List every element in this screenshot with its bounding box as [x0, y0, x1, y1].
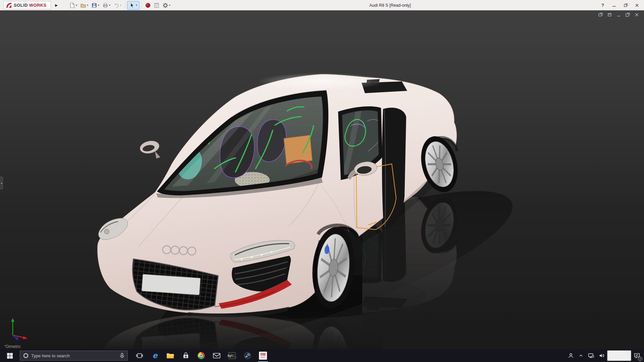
select-tool-caret-icon[interactable]: ▾: [136, 4, 139, 7]
notification-badge: 2: [638, 357, 642, 361]
orientation-triad[interactable]: [7, 316, 32, 341]
mail-button[interactable]: [209, 349, 224, 362]
solidworks-logo-icon: [6, 2, 12, 9]
network-button[interactable]: [586, 349, 596, 362]
select-tool-active: ▾: [127, 1, 140, 10]
store-button[interactable]: [178, 349, 194, 362]
doc-minimize-icon: [616, 12, 621, 17]
toolbar-separator: [142, 2, 142, 9]
solidworks-app-icon: SW 2017: [259, 352, 267, 360]
document-window-controls: [597, 12, 640, 17]
minimize-icon: [612, 3, 616, 7]
steam-icon: [244, 352, 251, 359]
viewport[interactable]: ◂ *Dimetric: [0, 10, 644, 349]
solidworks-app-button[interactable]: SW 2017: [255, 349, 271, 362]
menu-expand-button[interactable]: ▶: [54, 2, 59, 8]
start-button[interactable]: [0, 349, 20, 362]
network-icon: [588, 353, 594, 359]
save-caret-icon[interactable]: ▾: [98, 4, 101, 7]
document-title: Audi R8 S [Read-only]: [369, 3, 411, 8]
help-button[interactable]: ?: [598, 1, 608, 10]
terminal-icon: &gt;_: [228, 352, 236, 359]
save-button[interactable]: [90, 1, 98, 9]
doc-minimize-button[interactable]: [615, 12, 622, 17]
minimize-button[interactable]: [609, 1, 619, 10]
appearance-button[interactable]: [144, 1, 152, 9]
new-document-button[interactable]: [68, 1, 76, 9]
chrome-button[interactable]: [194, 349, 209, 362]
clock-date: 7/11/2018: [610, 356, 628, 360]
store-icon: [182, 352, 190, 359]
volume-button[interactable]: [596, 349, 607, 362]
select-tool-button[interactable]: [128, 1, 136, 9]
clock-time: 2:59 PM: [611, 351, 627, 356]
people-button[interactable]: [566, 349, 576, 362]
terminal-button[interactable]: &gt;_: [224, 349, 240, 362]
doc-cascade-button[interactable]: [597, 12, 604, 17]
taskbar-clock[interactable]: 2:59 PM 7/11/2018: [607, 350, 632, 361]
3d-scene-canvas[interactable]: [0, 10, 644, 349]
doc-restore-icon: [625, 12, 630, 17]
taskbar-apps: e: [132, 349, 271, 362]
collapse-arrow-icon: ◂: [1, 182, 2, 185]
logo-text-works: WORKS: [29, 3, 47, 8]
properties-sheet-icon: [154, 2, 160, 8]
reflection-fade-front: [0, 311, 382, 349]
undo-button[interactable]: [112, 1, 120, 9]
mail-icon: [213, 352, 221, 359]
help-icon: ?: [601, 3, 604, 8]
new-document-icon: [69, 2, 75, 8]
action-center-button[interactable]: 2: [631, 349, 643, 362]
properties-button[interactable]: [153, 1, 161, 9]
close-button[interactable]: [632, 1, 642, 10]
gear-icon: [162, 2, 168, 8]
close-icon: [635, 3, 639, 7]
restore-icon: [624, 3, 628, 7]
steam-button[interactable]: [240, 349, 255, 362]
windows-start-icon: [7, 353, 13, 359]
task-view-icon: [136, 352, 143, 359]
file-explorer-icon: [166, 352, 174, 359]
toolbar-separator: [125, 2, 125, 9]
solidworks-icon-letters: SW: [260, 353, 266, 356]
print-icon: [102, 2, 108, 8]
chevron-up-icon: [578, 353, 584, 358]
taskbar: e: [0, 349, 644, 362]
search-input[interactable]: [31, 353, 117, 358]
open-caret-icon[interactable]: ▾: [87, 4, 90, 7]
undo-caret-icon[interactable]: ▾: [120, 4, 123, 7]
options-caret-icon[interactable]: ▾: [169, 4, 172, 7]
print-caret-icon[interactable]: ▾: [109, 4, 112, 7]
doc-cascade-icon: [598, 12, 603, 17]
appearance-sphere-icon: [145, 2, 151, 8]
taskbar-search[interactable]: [20, 351, 128, 361]
doc-close-icon: [634, 12, 639, 17]
open-button[interactable]: [79, 1, 87, 9]
solidworks-icon-year: 2017: [261, 356, 265, 359]
file-explorer-button[interactable]: [163, 349, 178, 362]
screen: SOLIDWORKS ▶ ▾: [0, 0, 644, 362]
doc-restore-button[interactable]: [624, 12, 631, 17]
panel-collapse-tab[interactable]: ◂: [0, 177, 3, 189]
titlebar: SOLIDWORKS ▶ ▾: [0, 0, 644, 10]
edge-button[interactable]: e: [147, 349, 163, 362]
doc-float-button[interactable]: [606, 12, 613, 17]
expand-arrow-icon: ▶: [55, 3, 58, 7]
doc-close-button[interactable]: [633, 12, 640, 17]
undo-icon: [113, 2, 119, 8]
options-button[interactable]: [161, 1, 169, 9]
edge-icon: e: [153, 352, 158, 359]
print-button[interactable]: [101, 1, 109, 9]
save-icon: [91, 2, 97, 8]
volume-icon: [598, 353, 605, 359]
microphone-icon[interactable]: [120, 353, 124, 358]
people-icon: [568, 352, 574, 359]
system-tray: 2:59 PM 7/11/2018 2: [566, 349, 644, 362]
hidden-icons-button[interactable]: [576, 349, 586, 362]
new-document-caret-icon[interactable]: ▾: [76, 4, 78, 7]
open-folder-icon: [80, 2, 86, 8]
restore-button[interactable]: [621, 1, 631, 10]
quick-access-toolbar: ▾ ▾ ▾: [68, 1, 172, 10]
task-view-button[interactable]: [132, 349, 147, 362]
window-controls: ?: [598, 0, 642, 10]
